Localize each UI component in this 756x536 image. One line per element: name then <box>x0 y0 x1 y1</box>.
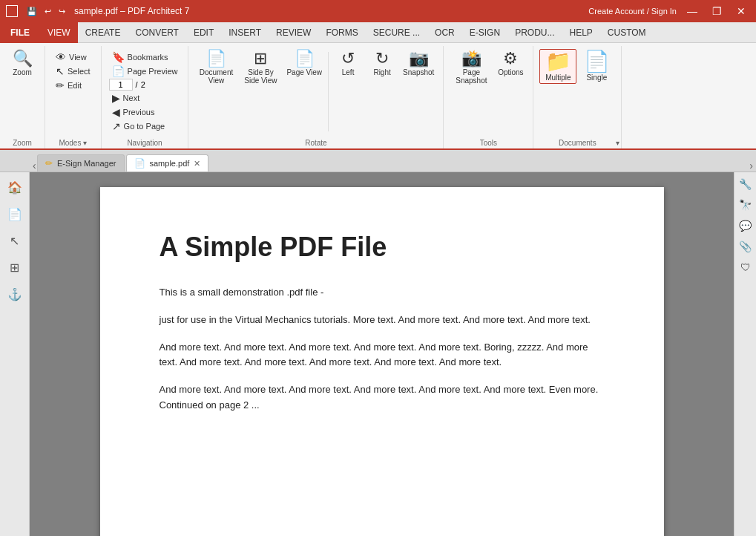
create-account-link[interactable]: Create Account / Sign In <box>588 7 677 16</box>
next-button[interactable]: ▶ Next <box>109 91 143 105</box>
side-by-side-icon: ⊞ <box>254 50 267 67</box>
select-mode-button[interactable]: ↖ Select <box>53 65 93 78</box>
save-button[interactable]: 💾 <box>24 5 40 18</box>
bookmarks-button[interactable]: 🔖 Bookmarks <box>109 50 171 64</box>
page-sep: / <box>136 80 138 89</box>
menu-create[interactable]: CREATE <box>78 22 128 43</box>
snapshot-icon: 📷 <box>409 50 429 67</box>
multiple-view-button[interactable]: 📁 Multiple <box>539 49 576 84</box>
right-sidebar: 🔧 🔭 💬 📎 🛡 <box>734 172 756 536</box>
ribbon-group-documents: 📁 Multiple 📄 Single Documents ▾ <box>533 46 622 148</box>
rotate-right-icon: ↻ <box>375 50 389 67</box>
minimize-button[interactable]: — <box>683 4 702 19</box>
document-view-label: Document View <box>197 68 234 85</box>
undo-button[interactable]: ↩ <box>42 5 54 18</box>
right-binoculars-button[interactable]: 🔭 <box>737 196 755 214</box>
bookmarks-label: Bookmarks <box>128 53 168 62</box>
tab-nav-right[interactable]: › <box>746 160 756 171</box>
menu-esign[interactable]: E-SIGN <box>462 22 507 43</box>
menu-secure[interactable]: SECURE ... <box>366 22 427 43</box>
pdf-para-1: This is a small demonstration .pdf file … <box>160 285 605 301</box>
zoom-group-label: Zoom <box>13 137 32 148</box>
menu-forms[interactable]: FORMS <box>318 22 365 43</box>
goto-icon: ↗ <box>112 120 121 132</box>
restore-button[interactable]: ❐ <box>708 4 726 19</box>
pdf-para-3: And more text. And more text. And more t… <box>160 340 605 371</box>
navigation-group-label: Navigation <box>127 137 162 148</box>
menu-convert[interactable]: CONVERT <box>128 22 185 43</box>
page-view-button[interactable]: 📄 Page View <box>283 49 325 78</box>
sidebar-anchor-button[interactable]: ⚓ <box>3 282 27 306</box>
documents-expand-button[interactable]: ▾ <box>616 139 619 147</box>
tools-group-content: 📸 Page Snapshot ⚙ Options <box>448 46 528 137</box>
goto-page-button[interactable]: ↗ Go to Page <box>109 120 168 133</box>
page-preview-label: Page Preview <box>128 67 178 76</box>
page-view-label: Page View <box>286 68 322 76</box>
menu-produ[interactable]: PRODU... <box>507 22 562 43</box>
view-mode-button[interactable]: 👁 View <box>53 50 90 64</box>
right-wrench-button[interactable]: 🔧 <box>737 175 755 193</box>
sidebar-layers-button[interactable]: ⊞ <box>3 255 27 279</box>
menu-custom[interactable]: CUSTOM <box>600 22 654 43</box>
right-paperclip-button[interactable]: 📎 <box>737 238 755 255</box>
ribbon-group-rotate: 📄 Document View ⊞ Side By Side View 📄 Pa… <box>188 46 444 148</box>
rotate-left-button[interactable]: ↺ Left <box>332 49 364 78</box>
page-view-icon: 📄 <box>295 50 315 67</box>
sidebar-home-button[interactable]: 🏠 <box>3 175 27 199</box>
left-sidebar: 🏠 📄 ↖ ⊞ ⚓ <box>0 172 30 536</box>
edit-mode-button[interactable]: ✏ Edit <box>53 79 85 92</box>
edit-icon: ✏ <box>56 79 65 91</box>
pdf-para-2: just for use in the Virtual Mechanics tu… <box>160 313 605 328</box>
page-preview-icon: 📄 <box>112 65 125 77</box>
options-icon: ⚙ <box>503 50 518 67</box>
zoom-button[interactable]: 🔍 Zoom <box>6 49 39 78</box>
document-view-button[interactable]: 📄 Document View <box>194 49 237 86</box>
sidebar-cursor-button[interactable]: ↖ <box>3 229 27 252</box>
options-button[interactable]: ⚙ Options <box>494 49 527 78</box>
single-view-button[interactable]: 📄 Single <box>578 49 615 84</box>
ribbon: 🔍 Zoom Zoom 👁 View ↖ Select ✏ Edit <box>0 43 756 150</box>
close-button[interactable]: ✕ <box>732 4 750 19</box>
ribbon-group-navigation: 🔖 Bookmarks 📄 Page Preview / 2 ▶ Next <box>102 46 189 148</box>
pdf-tab-icon: 📄 <box>134 158 145 169</box>
tab-nav-left[interactable]: ‹ <box>30 160 39 171</box>
goto-label: Go to Page <box>124 122 165 131</box>
menu-edit[interactable]: EDIT <box>186 22 221 43</box>
pdf-content-area[interactable]: A Simple PDF File This is a small demons… <box>30 172 734 536</box>
rotate-group-label: Rotate <box>305 137 326 148</box>
pdf-tab-label: sample.pdf <box>150 159 190 168</box>
menu-help[interactable]: HELP <box>562 22 599 43</box>
snapshot-button[interactable]: 📷 Snapshot <box>400 49 437 78</box>
pdf-para-4: And more text. And more text. And more t… <box>160 382 605 414</box>
tab-close-button[interactable]: ✕ <box>194 159 200 169</box>
quick-save-icons: 💾 ↩ ↪ <box>24 5 68 18</box>
menu-review[interactable]: REVIEW <box>269 22 318 43</box>
tab-esign-manager[interactable]: ✏ E-Sign Manager <box>37 154 125 171</box>
select-icon: ↖ <box>56 65 65 77</box>
menu-view[interactable]: VIEW <box>40 22 78 43</box>
view-icon: 👁 <box>56 51 66 63</box>
nav-buttons: 🔖 Bookmarks 📄 Page Preview / 2 ▶ Next <box>108 49 183 134</box>
menu-ocr[interactable]: OCR <box>427 22 462 43</box>
redo-button[interactable]: ↪ <box>56 5 68 18</box>
pdf-page: A Simple PDF File This is a small demons… <box>100 187 664 536</box>
tab-sample-pdf[interactable]: 📄 sample.pdf ✕ <box>126 154 209 171</box>
right-comment-button[interactable]: 💬 <box>737 217 755 235</box>
right-shield-button[interactable]: 🛡 <box>737 258 755 276</box>
menu-insert[interactable]: INSERT <box>221 22 269 43</box>
rotate-left-icon: ↺ <box>341 50 355 67</box>
view-label: View <box>69 53 87 62</box>
edit-label: Edit <box>68 81 82 90</box>
previous-button[interactable]: ◀ Previous <box>109 105 158 119</box>
sidebar-pages-button[interactable]: 📄 <box>3 202 27 226</box>
ribbon-group-modes: 👁 View ↖ Select ✏ Edit Modes ▾ <box>45 46 102 148</box>
zoom-group-content: 🔍 Zoom <box>4 46 40 137</box>
ribbon-group-tools: 📸 Page Snapshot ⚙ Options Tools <box>444 46 533 148</box>
page-snapshot-button[interactable]: 📸 Page Snapshot <box>450 49 493 86</box>
page-number-input[interactable] <box>109 79 133 91</box>
menu-file[interactable]: FILE <box>0 22 40 43</box>
page-preview-button[interactable]: 📄 Page Preview <box>109 65 181 78</box>
rotate-right-button[interactable]: ↻ Right <box>366 49 398 78</box>
side-by-side-button[interactable]: ⊞ Side By Side View <box>239 49 282 86</box>
snapshot-label: Snapshot <box>403 68 434 76</box>
